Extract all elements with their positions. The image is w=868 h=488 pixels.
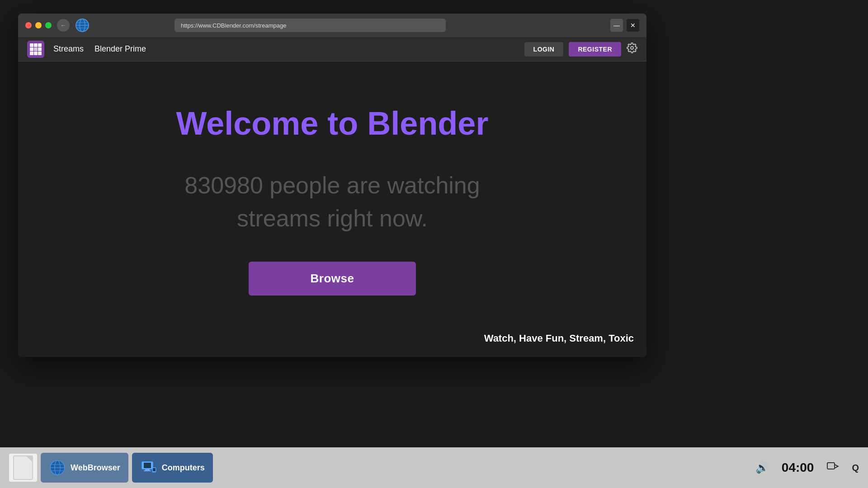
svg-rect-13 bbox=[145, 469, 150, 470]
nav-blender-prime[interactable]: Blender Prime bbox=[94, 44, 146, 54]
file-document-icon bbox=[13, 455, 33, 480]
settings-icon[interactable] bbox=[627, 42, 637, 56]
site-navbar: Streams Blender Prime LOGIN REGISTER bbox=[18, 37, 646, 61]
taskbar-clock: 04:00 bbox=[782, 460, 814, 475]
svg-rect-17 bbox=[827, 463, 835, 469]
back-button[interactable]: ← bbox=[57, 19, 70, 32]
taskbar: WebBrowser Computers 🔊 04:00 Q bbox=[0, 447, 868, 488]
site-logo[interactable] bbox=[27, 41, 44, 58]
nav-streams[interactable]: Streams bbox=[53, 44, 84, 54]
computers-icon bbox=[140, 459, 157, 476]
url-bar[interactable]: https://www.CDBlender.com/streampage bbox=[175, 19, 446, 32]
tagline: Watch, Have Fun, Stream, Toxic bbox=[484, 333, 634, 344]
browse-button[interactable]: Browse bbox=[249, 262, 416, 296]
browser-window: ← https://www.CDBlender.com/streampage —… bbox=[18, 14, 646, 357]
window-controls: — ✕ bbox=[610, 19, 639, 32]
close-button[interactable]: ✕ bbox=[627, 19, 639, 32]
maximize-traffic-light[interactable] bbox=[45, 22, 52, 28]
svg-rect-14 bbox=[144, 470, 151, 471]
title-bar: ← https://www.CDBlender.com/streampage —… bbox=[18, 14, 646, 37]
taskbar-right: 🔊 04:00 Q bbox=[755, 460, 859, 475]
viewer-count: 830980 people are watching streams right… bbox=[184, 169, 480, 235]
viewer-count-line2: streams right now. bbox=[237, 205, 428, 231]
login-button[interactable]: LOGIN bbox=[524, 42, 564, 56]
url-text: https://www.CDBlender.com/streampage bbox=[181, 22, 286, 29]
svg-rect-16 bbox=[153, 468, 156, 471]
computers-label: Computers bbox=[162, 463, 205, 473]
volume-icon[interactable]: 🔊 bbox=[755, 461, 769, 474]
taskbar-webbrowser[interactable]: WebBrowser bbox=[41, 453, 128, 483]
svg-rect-12 bbox=[144, 463, 151, 468]
webbrowser-icon bbox=[49, 459, 66, 476]
webbrowser-label: WebBrowser bbox=[71, 463, 120, 473]
svg-point-5 bbox=[631, 47, 633, 49]
taskbar-computers[interactable]: Computers bbox=[132, 453, 213, 483]
logo-grid-icon bbox=[30, 43, 42, 55]
traffic-lights bbox=[25, 22, 52, 28]
close-traffic-light[interactable] bbox=[25, 22, 32, 28]
welcome-title: Welcome to Blender bbox=[176, 105, 489, 142]
minimize-traffic-light[interactable] bbox=[35, 22, 42, 28]
nav-links: Streams Blender Prime bbox=[53, 44, 146, 54]
globe-icon bbox=[75, 18, 90, 33]
minimize-button[interactable]: — bbox=[610, 19, 623, 32]
register-button[interactable]: REGISTER bbox=[569, 42, 621, 56]
taskbar-search-icon[interactable]: Q bbox=[852, 463, 859, 473]
taskbar-notification-icon[interactable] bbox=[826, 460, 839, 475]
viewer-count-line1: 830980 people are watching bbox=[184, 172, 480, 198]
main-content: Welcome to Blender 830980 people are wat… bbox=[18, 61, 646, 357]
taskbar-file-icon bbox=[9, 454, 37, 482]
nav-right: LOGIN REGISTER bbox=[524, 42, 637, 56]
